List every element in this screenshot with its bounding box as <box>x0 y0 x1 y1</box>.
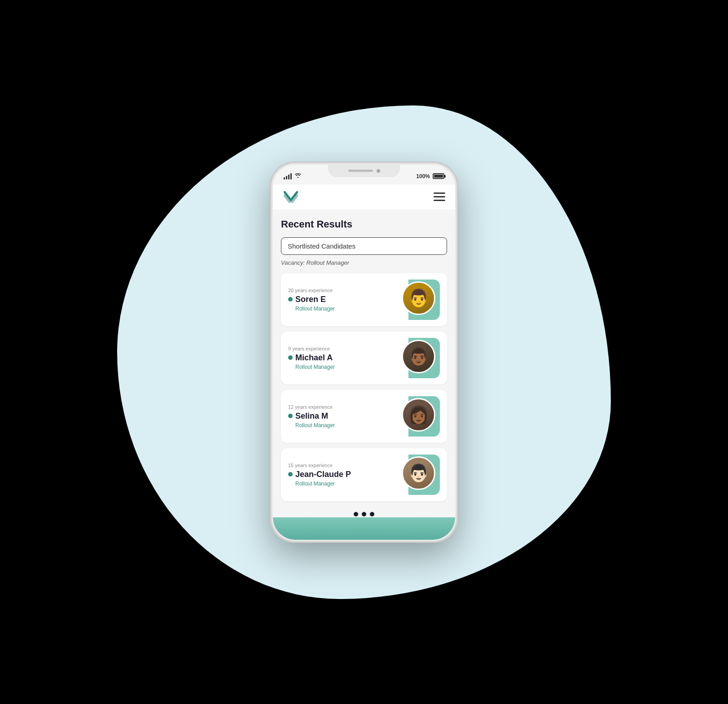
hamburger-menu-icon[interactable] <box>434 192 445 201</box>
menu-line-3 <box>434 200 445 201</box>
menu-line-2 <box>434 196 445 197</box>
candidate-name-row: Jean-Claude P <box>288 470 404 479</box>
candidate-role: Rollout Manager <box>295 481 404 487</box>
status-left <box>284 173 302 180</box>
candidates-list: 20 years experience Soren E Rollout Mana… <box>281 273 447 501</box>
pagination-dot-1[interactable] <box>354 512 358 516</box>
candidate-avatar-section: 👩🏾 <box>404 396 440 437</box>
candidate-role: Rollout Manager <box>295 364 404 370</box>
pagination <box>281 507 447 517</box>
candidate-name-row: Selina M <box>288 411 404 421</box>
wifi-icon <box>295 173 302 180</box>
phone-notch <box>328 165 400 177</box>
candidate-experience: 9 years experience <box>288 346 404 351</box>
bottom-accent <box>273 517 455 540</box>
speaker-notch <box>348 170 373 172</box>
phone-screen: 100% <box>273 165 455 540</box>
candidate-name-row: Michael A <box>288 353 404 363</box>
status-right: 100% <box>416 173 444 179</box>
signal-bar-3 <box>288 175 289 179</box>
pagination-dot-3[interactable] <box>370 512 374 516</box>
candidate-info: 15 years experience Jean-Claude P Rollou… <box>288 463 404 487</box>
online-status-dot <box>288 414 293 418</box>
candidate-name-row: Soren E <box>288 295 404 304</box>
page-title: Recent Results <box>281 219 447 230</box>
camera-notch <box>377 169 380 173</box>
phone-device: 100% <box>270 162 458 543</box>
online-status-dot <box>288 472 293 477</box>
candidate-card[interactable]: 9 years experience Michael A Rollout Man… <box>281 332 447 385</box>
online-status-dot <box>288 297 293 302</box>
menu-line-1 <box>434 192 445 194</box>
shortlisted-candidates-label[interactable]: Shortlisted Candidates <box>281 237 447 255</box>
candidate-card[interactable]: 12 years experience Selina M Rollout Man… <box>281 390 447 443</box>
battery-icon <box>433 173 444 179</box>
candidate-experience: 20 years experience <box>288 288 404 293</box>
candidate-avatar-section: 👨🏻 <box>404 455 440 495</box>
candidate-info: 12 years experience Selina M Rollout Man… <box>288 404 404 429</box>
logo-icon <box>283 189 299 205</box>
candidate-experience: 15 years experience <box>288 463 404 468</box>
candidate-info: 20 years experience Soren E Rollout Mana… <box>288 288 404 312</box>
scene: 100% <box>0 0 728 704</box>
candidate-name: Michael A <box>295 353 333 363</box>
candidate-avatar-section: 👨🏾 <box>404 338 440 378</box>
phone-inner-shell: 100% <box>272 163 456 541</box>
signal-bar-1 <box>284 177 285 179</box>
candidate-card[interactable]: 20 years experience Soren E Rollout Mana… <box>281 273 447 326</box>
candidate-role: Rollout Manager <box>295 422 404 429</box>
pagination-dot-2[interactable] <box>362 512 366 516</box>
candidate-name: Soren E <box>295 295 326 304</box>
signal-bar-2 <box>286 176 287 179</box>
candidate-card[interactable]: 15 years experience Jean-Claude P Rollou… <box>281 448 447 501</box>
signal-bar-4 <box>290 173 292 179</box>
avatar: 👨🏻 <box>402 456 435 490</box>
candidate-experience: 12 years experience <box>288 404 404 410</box>
candidate-info: 9 years experience Michael A Rollout Man… <box>288 346 404 370</box>
avatar: 👩🏾 <box>402 398 435 432</box>
online-status-dot <box>288 355 293 360</box>
battery-fill <box>434 175 443 178</box>
avatar: 👨 <box>402 281 435 315</box>
candidate-role: Rollout Manager <box>295 306 404 312</box>
candidate-avatar-section: 👨 <box>404 280 440 320</box>
app-content: Recent Results Shortlisted Candidates Va… <box>273 210 455 517</box>
signal-icon <box>284 173 292 179</box>
candidate-name: Selina M <box>295 411 328 421</box>
battery-percentage: 100% <box>416 173 430 179</box>
candidate-name: Jean-Claude P <box>295 470 351 479</box>
vacancy-label: Vacancy: Rollout Manager <box>281 259 447 266</box>
avatar: 👨🏾 <box>402 340 435 373</box>
app-header <box>273 184 455 210</box>
